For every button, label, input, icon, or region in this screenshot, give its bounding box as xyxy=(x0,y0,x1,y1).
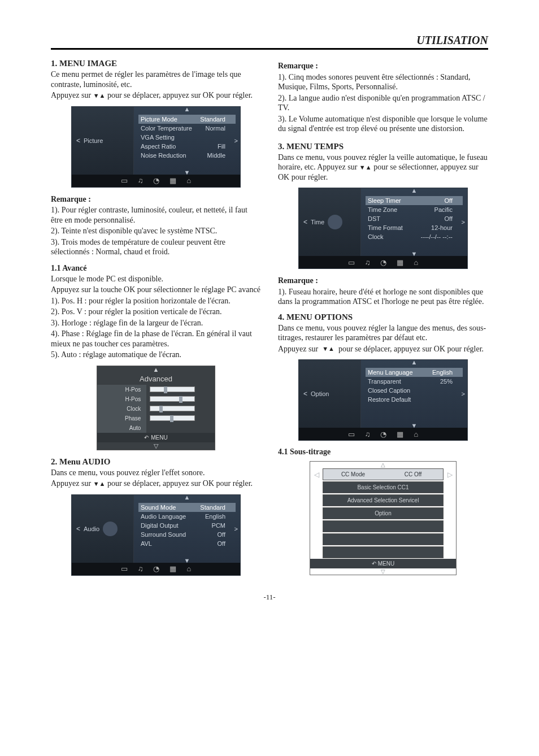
cc-row[interactable]: Advanced Selection Servicel xyxy=(323,494,444,506)
clock-icon: ◔ xyxy=(153,176,159,185)
chevron-down-icon[interactable]: ▽ xyxy=(310,568,456,575)
cc-row xyxy=(323,533,444,545)
chevron-down-icon[interactable]: ▼ xyxy=(411,422,418,429)
cc-row xyxy=(323,546,444,558)
note-item: 1). Fuseau horaire, heure d'été et horlo… xyxy=(278,287,488,307)
clock-icon: ◔ xyxy=(380,430,386,438)
section-1-nav: Appuyez sur ▼▲ pour se déplacer, appuyez… xyxy=(51,90,261,101)
adv-intro: Lorsque le mode PC est disponible. xyxy=(51,274,261,284)
chevron-left-icon[interactable]: < xyxy=(303,390,307,398)
menu-button[interactable]: ↶MENU xyxy=(97,433,215,442)
chevron-down-icon[interactable]: ▼ xyxy=(184,169,190,176)
menu-button[interactable]: ↶ MENU xyxy=(310,559,456,568)
down-up-arrows-icon: ▼▲ xyxy=(93,92,106,100)
osd-audio: < Audio ▲ Sound ModeStandard Audio Langu… xyxy=(71,494,241,576)
chevron-right-icon[interactable]: > xyxy=(234,525,238,532)
lock-icon: ⌂ xyxy=(414,430,418,438)
osd-category-label: Time xyxy=(311,219,324,225)
adv-item: 5). Auto : réglage automatique de l'écra… xyxy=(51,350,261,360)
chevron-up-icon[interactable]: ▲ xyxy=(411,187,418,194)
advanced-title: Advanced xyxy=(97,373,215,385)
chevron-up-icon[interactable]: ▲ xyxy=(184,106,190,112)
osd-picture: < Picture ▲ Picture ModeStandard Color T… xyxy=(71,106,241,188)
chevron-down-icon[interactable]: ▼ xyxy=(184,557,190,564)
chevron-down-icon[interactable]: ▽ xyxy=(97,442,215,450)
chevron-right-icon[interactable]: ▷ xyxy=(444,471,456,479)
chevron-up-icon[interactable]: ▲ xyxy=(184,494,190,501)
chevron-right-icon[interactable]: > xyxy=(462,219,465,225)
section-2-intro: Dans ce menu, vous pouvez régler l'effet… xyxy=(51,468,261,478)
osd-row[interactable]: Noise ReductionMiddle xyxy=(138,151,236,160)
osd-row[interactable]: Aspect RatioFill xyxy=(138,142,236,151)
chevron-left-icon[interactable]: < xyxy=(76,137,80,145)
section-1-title: 1. MENU IMAGE xyxy=(51,59,261,68)
note-item: 3). Trois modes de température de couleu… xyxy=(51,237,261,257)
cc-row[interactable]: Basic Selection CC1 xyxy=(323,481,444,493)
osd-row[interactable]: AVLOff xyxy=(138,539,236,548)
section-3-title: 3. MENU TEMPS xyxy=(278,142,488,151)
osd-row[interactable]: Time Format12-hour xyxy=(366,223,463,232)
note-label: Remarque : xyxy=(278,276,488,286)
back-arrow-icon: ↶ xyxy=(144,435,149,441)
osd-closed-caption: △ ◁ CC Mode CC Off ▷ Basic Selection CC1… xyxy=(310,461,457,575)
adv-row[interactable]: Phase xyxy=(97,414,215,423)
note-label: Remarque : xyxy=(278,61,488,71)
osd-row[interactable]: Picture ModeStandard xyxy=(138,115,236,124)
chevron-right-icon[interactable]: > xyxy=(234,137,238,144)
chevron-left-icon[interactable]: < xyxy=(76,525,80,533)
osd-row[interactable]: Menu LanguageEnglish xyxy=(366,368,463,377)
adv-item: 1). Pos. H : pour régler la position hor… xyxy=(51,296,261,306)
osd-row[interactable]: Sleep TimerOff xyxy=(366,196,463,205)
osd-row[interactable]: Clock----/--/-- --:-- xyxy=(366,232,463,241)
chevron-down-icon[interactable]: ▼ xyxy=(411,250,418,257)
osd-time: < Time ▲ Sleep TimerOff Time ZonePacific… xyxy=(298,188,468,269)
osd-row[interactable]: Transparent25% xyxy=(366,377,463,386)
grid-icon: ▦ xyxy=(397,430,403,438)
chevron-left-icon[interactable]: ◁ xyxy=(310,471,323,479)
grid-icon: ▦ xyxy=(169,564,176,573)
audio-icon xyxy=(103,522,118,536)
adv-intro: Appuyez sur la touche OK pour sélectionn… xyxy=(51,285,261,295)
osd-row[interactable]: Color TemperatureNormal xyxy=(138,124,236,133)
osd-row[interactable]: Audio LanguageEnglish xyxy=(138,512,236,521)
chevron-up-icon[interactable]: ▲ xyxy=(97,366,215,373)
monitor-icon: ▭ xyxy=(348,258,355,267)
music-icon: ♫ xyxy=(138,564,144,573)
adv-item: 3). Horloge : réglage fin de la largeur … xyxy=(51,318,261,328)
cc-row[interactable]: Option xyxy=(323,507,444,519)
osd-option: < Option ▲ Menu LanguageEnglish Transpar… xyxy=(298,359,468,441)
chevron-up-icon[interactable]: △ xyxy=(310,462,456,468)
grid-icon: ▦ xyxy=(169,176,176,185)
osd-row[interactable]: Digital OutputPCM xyxy=(138,521,236,530)
osd-row[interactable]: Sound ModeStandard xyxy=(138,503,236,512)
cc-row[interactable]: CC Mode CC Off xyxy=(323,468,444,480)
osd-row[interactable]: Restore Default xyxy=(366,395,463,404)
section-2-nav: Appuyez sur ▼▲ pour se déplacer, appuyez… xyxy=(51,479,261,489)
music-icon: ♫ xyxy=(365,430,371,438)
note-item: 1). Cinq modes sonores peuvent être séle… xyxy=(278,72,488,92)
note-item: 3). Le Volume automatique n'est disponib… xyxy=(278,114,488,134)
adv-row[interactable]: H-Pos xyxy=(97,394,215,404)
osd-bottom-icons: ▭ ♫ ◔ ▦ ⌂ xyxy=(299,256,467,268)
osd-bottom-icons: ▭ ♫ ◔ ▦ ⌂ xyxy=(72,563,240,575)
osd-row[interactable]: Time ZonePacific xyxy=(366,205,463,214)
osd-row[interactable]: VGA Setting xyxy=(138,133,236,142)
section-2-title: 2. Menu AUDIO xyxy=(51,457,261,467)
monitor-icon: ▭ xyxy=(348,430,355,438)
osd-category-label: Picture xyxy=(84,137,103,144)
adv-row[interactable]: Auto xyxy=(97,423,215,433)
left-column: 1. MENU IMAGE Ce menu permet de régler l… xyxy=(51,55,261,583)
section-4-1-title: 4.1 Sous-titrage xyxy=(278,447,488,457)
adv-row[interactable]: Clock xyxy=(97,404,215,414)
lock-icon: ⌂ xyxy=(186,176,191,185)
adv-row[interactable]: H-Pos xyxy=(97,385,215,394)
osd-row[interactable]: Closed Caption xyxy=(366,386,463,395)
osd-row[interactable]: Surround SoundOff xyxy=(138,530,236,539)
down-up-arrows-icon: ▼▲ xyxy=(322,345,334,353)
chevron-right-icon[interactable]: > xyxy=(462,390,465,397)
back-arrow-icon: ↶ xyxy=(372,561,376,567)
osd-row[interactable]: DSTOff xyxy=(366,214,463,223)
chevron-up-icon[interactable]: ▲ xyxy=(411,359,418,366)
lock-icon: ⌂ xyxy=(414,258,418,267)
chevron-left-icon[interactable]: < xyxy=(303,218,307,226)
